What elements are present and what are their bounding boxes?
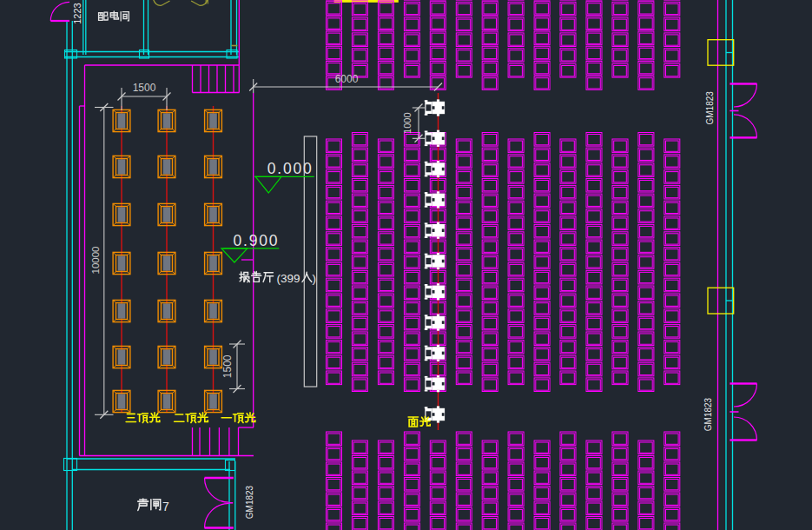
svg-text:0.900: 0.900 (234, 232, 280, 249)
svg-text:6000: 6000 (335, 73, 359, 85)
svg-text:7: 7 (162, 500, 169, 513)
svg-text:1500: 1500 (222, 354, 234, 378)
svg-text:1223: 1223 (72, 3, 83, 23)
svg-text:GM1823: GM1823 (706, 91, 716, 125)
svg-text:(399: (399 (277, 272, 300, 285)
svg-text:10000: 10000 (90, 247, 101, 275)
svg-text:1000: 1000 (403, 112, 413, 133)
svg-text:): ) (313, 272, 317, 285)
svg-text:1500: 1500 (133, 82, 156, 94)
svg-text:0.000: 0.000 (267, 160, 314, 177)
svg-text:GM1823: GM1823 (245, 485, 254, 519)
svg-text:GM1823: GM1823 (703, 397, 713, 431)
